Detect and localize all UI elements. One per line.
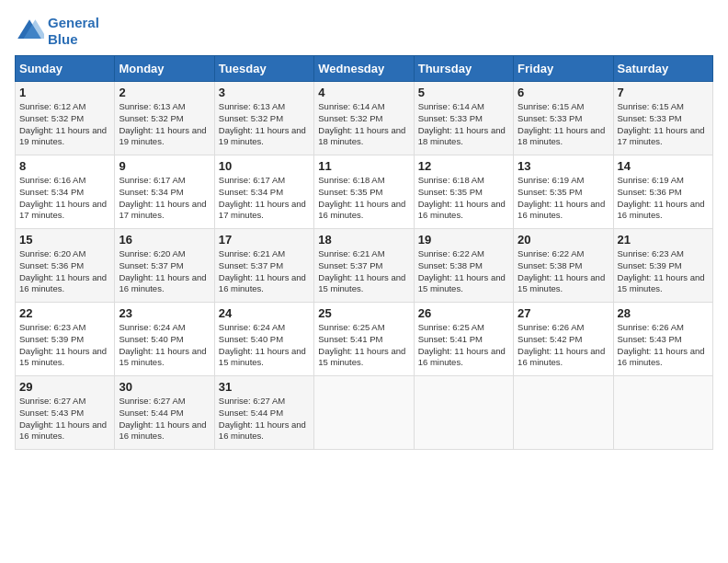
day-number: 13 (518, 159, 609, 173)
cell-info: Sunrise: 6:27 AM Sunset: 5:44 PM Dayligh… (119, 396, 210, 442)
calendar-cell (613, 376, 712, 450)
header-sunday: Sunday (16, 56, 115, 82)
day-number: 23 (119, 306, 210, 320)
day-number: 5 (418, 86, 509, 99)
cell-info: Sunrise: 6:21 AM Sunset: 5:37 PM Dayligh… (318, 248, 409, 295)
header-thursday: Thursday (414, 56, 513, 82)
cell-info: Sunrise: 6:12 AM Sunset: 5:32 PM Dayligh… (19, 101, 110, 148)
cell-info: Sunrise: 6:13 AM Sunset: 5:32 PM Dayligh… (119, 101, 210, 148)
calendar-cell (514, 376, 613, 450)
calendar-cell: 15 Sunrise: 6:20 AM Sunset: 5:36 PM Dayl… (16, 229, 115, 303)
cell-info: Sunrise: 6:17 AM Sunset: 5:34 PM Dayligh… (119, 175, 210, 222)
calendar-cell: 6 Sunrise: 6:15 AM Sunset: 5:33 PM Dayli… (514, 82, 613, 155)
cell-info: Sunrise: 6:27 AM Sunset: 5:43 PM Dayligh… (19, 396, 110, 442)
day-number: 18 (318, 233, 409, 247)
calendar-cell: 16 Sunrise: 6:20 AM Sunset: 5:37 PM Dayl… (115, 229, 214, 303)
calendar-cell: 1 Sunrise: 6:12 AM Sunset: 5:32 PM Dayli… (16, 82, 115, 155)
day-number: 24 (219, 306, 310, 320)
calendar-cell: 3 Sunrise: 6:13 AM Sunset: 5:32 PM Dayli… (214, 82, 313, 155)
cell-info: Sunrise: 6:19 AM Sunset: 5:35 PM Dayligh… (518, 175, 609, 222)
cell-info: Sunrise: 6:22 AM Sunset: 5:38 PM Dayligh… (418, 248, 509, 295)
cell-info: Sunrise: 6:26 AM Sunset: 5:42 PM Dayligh… (518, 322, 609, 369)
calendar-cell: 4 Sunrise: 6:14 AM Sunset: 5:32 PM Dayli… (314, 82, 414, 155)
calendar-cell: 14 Sunrise: 6:19 AM Sunset: 5:36 PM Dayl… (613, 155, 712, 229)
calendar-cell: 22 Sunrise: 6:23 AM Sunset: 5:39 PM Dayl… (16, 303, 115, 376)
day-number: 19 (418, 233, 509, 247)
cell-info: Sunrise: 6:23 AM Sunset: 5:39 PM Dayligh… (19, 322, 110, 369)
calendar-cell (314, 376, 414, 450)
day-number: 29 (19, 380, 110, 394)
cell-info: Sunrise: 6:23 AM Sunset: 5:39 PM Dayligh… (618, 248, 709, 295)
calendar-cell: 2 Sunrise: 6:13 AM Sunset: 5:32 PM Dayli… (115, 82, 214, 155)
day-number: 2 (119, 86, 210, 99)
day-number: 30 (119, 380, 210, 394)
day-number: 27 (518, 306, 609, 320)
calendar-cell (414, 376, 513, 450)
calendar-cell: 13 Sunrise: 6:19 AM Sunset: 5:35 PM Dayl… (514, 155, 613, 229)
cell-info: Sunrise: 6:15 AM Sunset: 5:33 PM Dayligh… (518, 101, 609, 148)
cell-info: Sunrise: 6:24 AM Sunset: 5:40 PM Dayligh… (219, 322, 310, 369)
logo-text: General Blue (48, 15, 99, 48)
logo-icon (15, 17, 44, 46)
header-friday: Friday (514, 56, 613, 82)
calendar-cell: 24 Sunrise: 6:24 AM Sunset: 5:40 PM Dayl… (214, 303, 313, 376)
page-header: General Blue (15, 15, 713, 48)
cell-info: Sunrise: 6:21 AM Sunset: 5:37 PM Dayligh… (219, 248, 310, 295)
cell-info: Sunrise: 6:17 AM Sunset: 5:34 PM Dayligh… (219, 175, 310, 222)
cell-info: Sunrise: 6:20 AM Sunset: 5:37 PM Dayligh… (119, 248, 210, 295)
day-number: 15 (19, 233, 110, 247)
calendar-cell: 21 Sunrise: 6:23 AM Sunset: 5:39 PM Dayl… (613, 229, 712, 303)
calendar-cell: 19 Sunrise: 6:22 AM Sunset: 5:38 PM Dayl… (414, 229, 513, 303)
day-number: 26 (418, 306, 509, 320)
header-wednesday: Wednesday (314, 56, 414, 82)
calendar-cell: 27 Sunrise: 6:26 AM Sunset: 5:42 PM Dayl… (514, 303, 613, 376)
calendar-cell: 29 Sunrise: 6:27 AM Sunset: 5:43 PM Dayl… (16, 376, 115, 450)
day-number: 22 (19, 306, 110, 320)
cell-info: Sunrise: 6:25 AM Sunset: 5:41 PM Dayligh… (418, 322, 509, 369)
header-tuesday: Tuesday (214, 56, 313, 82)
cell-info: Sunrise: 6:16 AM Sunset: 5:34 PM Dayligh… (19, 175, 110, 222)
calendar-cell: 12 Sunrise: 6:18 AM Sunset: 5:35 PM Dayl… (414, 155, 513, 229)
day-number: 10 (219, 159, 310, 173)
cell-info: Sunrise: 6:22 AM Sunset: 5:38 PM Dayligh… (518, 248, 609, 295)
day-number: 4 (318, 86, 409, 99)
cell-info: Sunrise: 6:26 AM Sunset: 5:43 PM Dayligh… (618, 322, 709, 369)
calendar-week-row: 15 Sunrise: 6:20 AM Sunset: 5:36 PM Dayl… (16, 229, 713, 303)
calendar-cell: 23 Sunrise: 6:24 AM Sunset: 5:40 PM Dayl… (115, 303, 214, 376)
day-number: 7 (618, 86, 709, 99)
calendar-cell: 26 Sunrise: 6:25 AM Sunset: 5:41 PM Dayl… (414, 303, 513, 376)
cell-info: Sunrise: 6:14 AM Sunset: 5:33 PM Dayligh… (418, 101, 509, 148)
calendar-cell: 31 Sunrise: 6:27 AM Sunset: 5:44 PM Dayl… (214, 376, 313, 450)
calendar-cell: 11 Sunrise: 6:18 AM Sunset: 5:35 PM Dayl… (314, 155, 414, 229)
day-number: 11 (318, 159, 409, 173)
calendar-header-row: SundayMondayTuesdayWednesdayThursdayFrid… (16, 56, 713, 82)
calendar-cell: 17 Sunrise: 6:21 AM Sunset: 5:37 PM Dayl… (214, 229, 313, 303)
header-saturday: Saturday (613, 56, 712, 82)
day-number: 25 (318, 306, 409, 320)
cell-info: Sunrise: 6:24 AM Sunset: 5:40 PM Dayligh… (119, 322, 210, 369)
cell-info: Sunrise: 6:25 AM Sunset: 5:41 PM Dayligh… (318, 322, 409, 369)
calendar-week-row: 1 Sunrise: 6:12 AM Sunset: 5:32 PM Dayli… (16, 82, 713, 155)
day-number: 12 (418, 159, 509, 173)
day-number: 20 (518, 233, 609, 247)
calendar-cell: 10 Sunrise: 6:17 AM Sunset: 5:34 PM Dayl… (214, 155, 313, 229)
day-number: 1 (19, 86, 110, 99)
day-number: 21 (618, 233, 709, 247)
calendar-week-row: 8 Sunrise: 6:16 AM Sunset: 5:34 PM Dayli… (16, 155, 713, 229)
cell-info: Sunrise: 6:14 AM Sunset: 5:32 PM Dayligh… (318, 101, 409, 148)
calendar-table: SundayMondayTuesdayWednesdayThursdayFrid… (15, 55, 713, 450)
day-number: 31 (219, 380, 310, 394)
cell-info: Sunrise: 6:18 AM Sunset: 5:35 PM Dayligh… (418, 175, 509, 222)
calendar-cell: 18 Sunrise: 6:21 AM Sunset: 5:37 PM Dayl… (314, 229, 414, 303)
day-number: 28 (618, 306, 709, 320)
calendar-cell: 9 Sunrise: 6:17 AM Sunset: 5:34 PM Dayli… (115, 155, 214, 229)
calendar-cell: 28 Sunrise: 6:26 AM Sunset: 5:43 PM Dayl… (613, 303, 712, 376)
calendar-cell: 25 Sunrise: 6:25 AM Sunset: 5:41 PM Dayl… (314, 303, 414, 376)
header-monday: Monday (115, 56, 214, 82)
calendar-cell: 8 Sunrise: 6:16 AM Sunset: 5:34 PM Dayli… (16, 155, 115, 229)
cell-info: Sunrise: 6:18 AM Sunset: 5:35 PM Dayligh… (318, 175, 409, 222)
calendar-cell: 20 Sunrise: 6:22 AM Sunset: 5:38 PM Dayl… (514, 229, 613, 303)
calendar-cell: 5 Sunrise: 6:14 AM Sunset: 5:33 PM Dayli… (414, 82, 513, 155)
calendar-week-row: 22 Sunrise: 6:23 AM Sunset: 5:39 PM Dayl… (16, 303, 713, 376)
day-number: 3 (219, 86, 310, 99)
